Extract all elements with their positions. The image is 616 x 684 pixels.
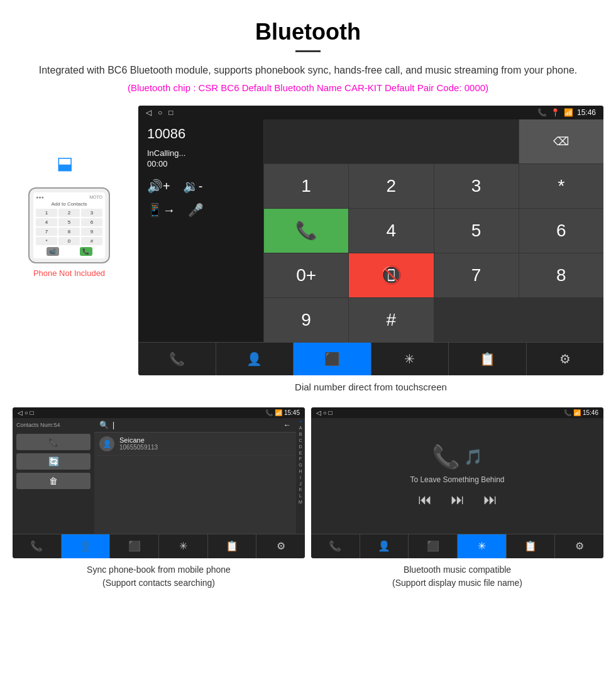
back-arrow-icon[interactable]: ← bbox=[283, 421, 291, 429]
next-btn-icon[interactable]: ⏭ bbox=[451, 492, 465, 508]
back-icon[interactable]: ◁ bbox=[146, 108, 151, 117]
alpha-L[interactable]: L bbox=[296, 493, 305, 499]
dialer-star[interactable]: * bbox=[36, 237, 57, 245]
car-bottom-nav: 📞 👤 ⬛ ✳ 📋 ⚙ bbox=[138, 342, 603, 375]
contacts-search-bar[interactable]: 🔍 | ← bbox=[94, 418, 296, 433]
dialpad-key-4[interactable]: 4 bbox=[349, 209, 433, 253]
dialpad-key-7[interactable]: 7 bbox=[434, 253, 519, 297]
alpha-E[interactable]: E bbox=[296, 450, 305, 456]
alpha-I[interactable]: I bbox=[296, 475, 305, 481]
nav-settings[interactable]: ⚙ bbox=[527, 343, 604, 375]
mu-dialpad[interactable]: ⬛ bbox=[409, 534, 458, 558]
alpha-F[interactable]: F bbox=[296, 456, 305, 462]
car-main: 10086 InCalling... 00:00 🔊+ 🔉- 📱→ 🎤 bbox=[138, 119, 603, 342]
dialer-4[interactable]: 4 bbox=[36, 218, 57, 226]
dialer-7[interactable]: 7 bbox=[36, 228, 57, 236]
mb-home[interactable]: ○ bbox=[323, 409, 327, 416]
dialer-2[interactable]: 2 bbox=[58, 209, 80, 217]
contacts-screen-block: ◁ ○ □ 📞 📶 15:45 Contacts Num:54 📞 🔄 🗑 bbox=[13, 407, 305, 592]
mu-contacts[interactable]: 👤 bbox=[360, 534, 409, 558]
nav-transfer[interactable]: 📋 bbox=[449, 343, 527, 375]
dialpad-key-3[interactable]: 3 bbox=[434, 164, 519, 208]
dialer-9[interactable]: 9 bbox=[81, 228, 102, 236]
dialpad-hangup-btn[interactable]: 📵 bbox=[349, 253, 433, 297]
mic-icon[interactable]: 🎤 bbox=[188, 202, 204, 218]
volume-down-icon[interactable]: 🔉- bbox=[183, 179, 203, 194]
dialer-1[interactable]: 1 bbox=[36, 209, 57, 217]
car-bottom-row: 📱→ 🎤 bbox=[147, 202, 255, 218]
mu-transfer[interactable]: 📋 bbox=[507, 534, 556, 558]
phone-call-btn[interactable]: 📞 bbox=[80, 247, 92, 256]
dialer-8[interactable]: 8 bbox=[58, 228, 80, 236]
phone-not-included-label: Phone Not Included bbox=[33, 268, 105, 278]
cb-home[interactable]: ○ bbox=[25, 409, 28, 416]
transfer-icon[interactable]: 📱→ bbox=[147, 202, 175, 218]
prev-track-icon[interactable]: ⏮ bbox=[418, 492, 432, 508]
nav-bluetooth[interactable]: ✳ bbox=[371, 343, 449, 375]
mb-back[interactable]: ◁ bbox=[316, 409, 321, 416]
dialpad-key-1[interactable]: 1 bbox=[264, 164, 348, 208]
alpha-index: * A B C D E F G H I J K L M bbox=[296, 418, 305, 534]
contacts-sync-btn[interactable]: 🔄 bbox=[16, 453, 91, 470]
phone-sidebar: ⬓ ●●● MOTO Add to Contacts 1 2 3 4 5 6 7… bbox=[13, 106, 126, 278]
cn-contacts[interactable]: 👤 bbox=[62, 534, 111, 558]
dialer-0[interactable]: 0 bbox=[58, 237, 80, 245]
alpha-K[interactable]: K bbox=[296, 487, 305, 493]
cn-settings[interactable]: ⚙ bbox=[256, 534, 305, 558]
nav-contacts[interactable]: 👤 bbox=[216, 343, 294, 375]
alpha-C[interactable]: C bbox=[296, 438, 305, 444]
alpha-star[interactable]: * bbox=[296, 419, 305, 426]
contacts-num: Contacts Num:54 bbox=[16, 422, 91, 428]
cn-transfer[interactable]: 📋 bbox=[208, 534, 257, 558]
skip-forward-icon[interactable]: ⏭ bbox=[483, 492, 497, 508]
dialpad-key-2[interactable]: 2 bbox=[349, 164, 433, 208]
contacts-status-right: 📞 📶 15:45 bbox=[265, 409, 300, 416]
dialpad-call-btn[interactable]: 📞 bbox=[264, 209, 348, 253]
dialpad-key-0plus[interactable]: 0+ bbox=[264, 253, 348, 297]
alpha-M[interactable]: M bbox=[296, 499, 305, 505]
contact-entry[interactable]: 👤 Seicane 10655059113 bbox=[94, 433, 296, 456]
cn-dialpad[interactable]: ⬛ bbox=[110, 534, 159, 558]
dialpad-key-star[interactable]: * bbox=[519, 164, 603, 208]
dialpad-key-5[interactable]: 5 bbox=[434, 209, 519, 253]
main-caption: Dial number direct from touchscreen bbox=[138, 375, 603, 395]
alpha-G[interactable]: G bbox=[296, 462, 305, 468]
dialpad-key-hash[interactable]: # bbox=[349, 298, 433, 342]
dialpad-key-8[interactable]: 8 bbox=[519, 253, 603, 297]
alpha-H[interactable]: H bbox=[296, 468, 305, 475]
alpha-A[interactable]: A bbox=[296, 425, 305, 431]
dialer-hash[interactable]: # bbox=[81, 237, 102, 245]
car-status-bar: ◁ ○ □ 📞 📍 📶 15:46 bbox=[138, 106, 603, 119]
music-song-title: To Leave Something Behind bbox=[410, 475, 504, 484]
cb-recent[interactable]: □ bbox=[30, 409, 34, 416]
home-icon[interactable]: ○ bbox=[158, 108, 162, 117]
music-status-bar: ◁ ○ □ 📞 📶 15:46 bbox=[311, 407, 603, 418]
dialpad-key-6[interactable]: 6 bbox=[519, 209, 603, 253]
mb-recent[interactable]: □ bbox=[329, 409, 333, 416]
mu-calls[interactable]: 📞 bbox=[311, 534, 360, 558]
cb-back[interactable]: ◁ bbox=[18, 409, 23, 416]
dialpad-key-9[interactable]: 9 bbox=[264, 298, 348, 342]
alpha-D[interactable]: D bbox=[296, 444, 305, 450]
nav-dialpad[interactable]: ⬛ bbox=[294, 343, 371, 375]
nav-calls[interactable]: 📞 bbox=[138, 343, 216, 375]
dialer-6[interactable]: 6 bbox=[81, 218, 102, 226]
mu-settings[interactable]: ⚙ bbox=[555, 534, 603, 558]
alpha-B[interactable]: B bbox=[296, 431, 305, 438]
status-time: 15:46 bbox=[577, 108, 596, 117]
main-content: ⬓ ●●● MOTO Add to Contacts 1 2 3 4 5 6 7… bbox=[0, 99, 616, 401]
cn-bluetooth[interactable]: ✳ bbox=[159, 534, 208, 558]
mu-bluetooth[interactable]: ✳ bbox=[458, 534, 507, 558]
dialer-3[interactable]: 3 bbox=[81, 209, 102, 217]
recent-icon[interactable]: □ bbox=[168, 108, 173, 117]
cn-calls[interactable]: 📞 bbox=[13, 534, 62, 558]
alpha-J[interactable]: J bbox=[296, 481, 305, 487]
contacts-call-btn[interactable]: 📞 bbox=[16, 434, 91, 450]
car-screen-container: ◁ ○ □ 📞 📍 📶 15:46 10086 InCalling... 00: bbox=[138, 106, 603, 395]
dialpad-backspace[interactable]: ⌫ bbox=[519, 119, 603, 163]
volume-up-icon[interactable]: 🔊+ bbox=[147, 179, 170, 194]
dialer-5[interactable]: 5 bbox=[58, 218, 80, 226]
contacts-delete-btn[interactable]: 🗑 bbox=[16, 473, 91, 489]
contacts-main: Contacts Num:54 📞 🔄 🗑 🔍 | ← 👤 bbox=[13, 418, 305, 534]
dialpad-input bbox=[264, 119, 519, 163]
